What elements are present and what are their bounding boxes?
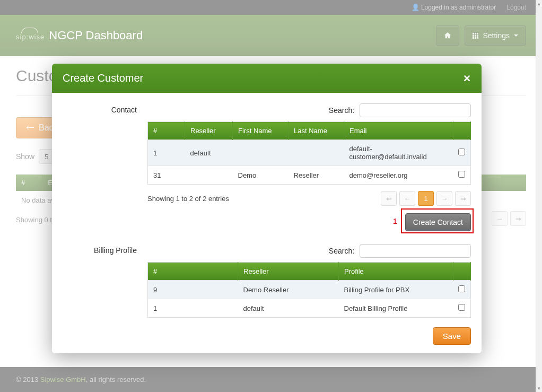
cell: 31	[148, 166, 185, 185]
create-contact-row: 1 Create Contact	[147, 213, 471, 231]
close-icon[interactable]: ✕	[463, 73, 471, 84]
cell	[233, 140, 289, 166]
cell: 1	[148, 140, 185, 166]
contact-col-email[interactable]: Email	[344, 122, 453, 140]
row-checkbox[interactable]	[458, 149, 465, 155]
contact-content: Search: # Reseller First Name Last Name …	[147, 103, 471, 231]
table-row[interactable]: 1 default default-customer@default.inval…	[148, 140, 471, 166]
contact-label: Contact	[63, 103, 147, 231]
contact-col-last[interactable]: Last Name	[289, 122, 344, 140]
contact-search-row: Search:	[147, 103, 471, 117]
pag-last[interactable]: ⇒	[455, 191, 471, 206]
contact-section: Contact Search: # Reseller First Name La…	[63, 103, 471, 231]
cell	[289, 140, 344, 166]
cell: demo@reseller.org	[344, 166, 453, 185]
contact-col-num[interactable]: #	[148, 122, 185, 140]
pag-page-1[interactable]: 1	[418, 191, 434, 206]
pag-first[interactable]: ⇐	[381, 191, 397, 206]
contact-search-label: Search:	[329, 106, 354, 115]
contact-table: # Reseller First Name Last Name Email 1 …	[147, 121, 471, 185]
scroll-up-icon[interactable]: ▴	[536, 0, 542, 7]
create-contact-button[interactable]: Create Contact	[405, 213, 471, 231]
contact-col-first[interactable]: First Name	[233, 122, 289, 140]
cell: default-customer@default.invalid	[344, 140, 453, 166]
row-checkbox[interactable]	[458, 171, 465, 178]
modal-header: Create Customer ✕	[52, 64, 482, 93]
create-customer-modal: Create Customer ✕ Contact Search: # Rese…	[52, 64, 482, 234]
browser-scrollbar[interactable]: ▴ ▾	[536, 0, 542, 234]
cell	[185, 166, 233, 185]
contact-col-chk	[453, 122, 471, 140]
annotation-number: 1	[393, 216, 397, 225]
contact-pagination: ⇐ ← 1 → ⇒	[381, 191, 471, 206]
modal-title: Create Customer	[63, 72, 143, 84]
cell: Demo	[233, 166, 289, 185]
contact-table-footer: Showing 1 to 2 of 2 entries ⇐ ← 1 → ⇒	[147, 191, 471, 206]
table-row[interactable]: 31 Demo Reseller demo@reseller.org	[148, 166, 471, 185]
pag-next[interactable]: →	[436, 191, 452, 206]
modal-body: Contact Search: # Reseller First Name La…	[52, 93, 482, 234]
contact-col-reseller[interactable]: Reseller	[185, 122, 233, 140]
cell: default	[185, 140, 233, 166]
contact-showing: Showing 1 to 2 of 2 entries	[147, 195, 229, 203]
contact-search-input[interactable]	[360, 103, 471, 117]
cell: Reseller	[289, 166, 344, 185]
pag-prev[interactable]: ←	[399, 191, 415, 206]
